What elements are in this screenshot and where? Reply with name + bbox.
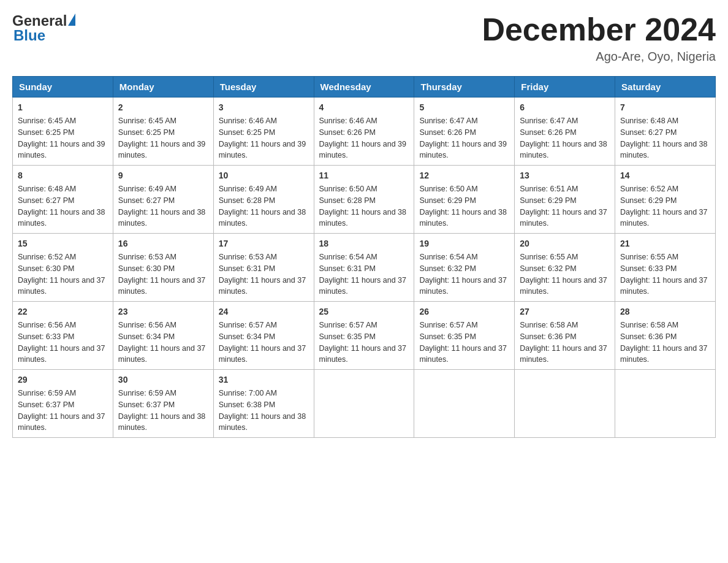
sunset-info: Sunset: 6:32 PM <box>520 264 576 273</box>
calendar-cell: 18Sunrise: 6:54 AMSunset: 6:31 PMDayligh… <box>314 234 414 302</box>
sunrise-info: Sunrise: 6:57 AM <box>219 321 277 329</box>
sunset-info: Sunset: 6:27 PM <box>18 196 74 205</box>
sunset-info: Sunset: 6:29 PM <box>620 196 677 205</box>
sunset-info: Sunset: 6:35 PM <box>419 332 476 341</box>
sunrise-info: Sunrise: 6:49 AM <box>219 185 277 193</box>
calendar-cell: 6Sunrise: 6:47 AMSunset: 6:26 PMDaylight… <box>515 98 615 166</box>
sunset-info: Sunset: 6:38 PM <box>219 400 275 409</box>
daylight-info: Daylight: 11 hours and 37 minutes. <box>219 344 306 364</box>
daylight-info: Daylight: 11 hours and 38 minutes. <box>520 140 607 160</box>
day-number: 25 <box>319 305 409 318</box>
sunrise-info: Sunrise: 6:59 AM <box>118 389 176 397</box>
daylight-info: Daylight: 11 hours and 37 minutes. <box>319 344 406 364</box>
day-number: 15 <box>18 237 108 250</box>
month-title: December 2024 <box>482 12 716 47</box>
sunset-info: Sunset: 6:36 PM <box>520 332 576 341</box>
sunset-info: Sunset: 6:35 PM <box>319 332 376 341</box>
calendar-cell <box>615 370 716 438</box>
sunset-info: Sunset: 6:26 PM <box>319 128 376 137</box>
sunrise-info: Sunrise: 7:00 AM <box>219 389 277 397</box>
day-number: 30 <box>118 373 208 386</box>
day-number: 20 <box>520 237 610 250</box>
location-subtitle: Ago-Are, Oyo, Nigeria <box>482 50 716 64</box>
sunrise-info: Sunrise: 6:50 AM <box>419 185 477 193</box>
calendar-cell: 4Sunrise: 6:46 AMSunset: 6:26 PMDaylight… <box>314 98 414 166</box>
sunset-info: Sunset: 6:25 PM <box>118 128 175 137</box>
calendar-cell: 21Sunrise: 6:55 AMSunset: 6:33 PMDayligh… <box>615 234 716 302</box>
calendar-cell: 23Sunrise: 6:56 AMSunset: 6:34 PMDayligh… <box>113 302 213 370</box>
day-of-week-header: Monday <box>113 77 213 98</box>
calendar-cell: 25Sunrise: 6:57 AMSunset: 6:35 PMDayligh… <box>314 302 414 370</box>
day-number: 21 <box>620 237 710 250</box>
day-of-week-header: Tuesday <box>213 77 314 98</box>
sunrise-info: Sunrise: 6:56 AM <box>118 321 176 329</box>
day-number: 9 <box>118 169 208 182</box>
daylight-info: Daylight: 11 hours and 37 minutes. <box>18 276 105 296</box>
sunrise-info: Sunrise: 6:47 AM <box>419 117 477 125</box>
page-header: General Blue December 2024 Ago-Are, Oyo,… <box>12 12 716 64</box>
calendar-cell: 19Sunrise: 6:54 AMSunset: 6:32 PMDayligh… <box>414 234 515 302</box>
sunrise-info: Sunrise: 6:46 AM <box>219 117 277 125</box>
daylight-info: Daylight: 11 hours and 37 minutes. <box>219 276 306 296</box>
day-number: 18 <box>319 237 409 250</box>
calendar-cell: 8Sunrise: 6:48 AMSunset: 6:27 PMDaylight… <box>13 166 113 234</box>
calendar-week-row: 1Sunrise: 6:45 AMSunset: 6:25 PMDaylight… <box>13 98 716 166</box>
daylight-info: Daylight: 11 hours and 38 minutes. <box>18 208 105 228</box>
calendar-cell: 3Sunrise: 6:46 AMSunset: 6:25 PMDaylight… <box>213 98 314 166</box>
calendar-week-row: 8Sunrise: 6:48 AMSunset: 6:27 PMDaylight… <box>13 166 716 234</box>
calendar-cell: 9Sunrise: 6:49 AMSunset: 6:27 PMDaylight… <box>113 166 213 234</box>
calendar-cell <box>314 370 414 438</box>
sunset-info: Sunset: 6:31 PM <box>319 264 376 273</box>
daylight-info: Daylight: 11 hours and 37 minutes. <box>118 276 205 296</box>
calendar-cell <box>515 370 615 438</box>
day-number: 22 <box>18 305 108 318</box>
daylight-info: Daylight: 11 hours and 38 minutes. <box>319 208 406 228</box>
sunset-info: Sunset: 6:34 PM <box>118 332 175 341</box>
calendar-cell: 11Sunrise: 6:50 AMSunset: 6:28 PMDayligh… <box>314 166 414 234</box>
calendar-cell: 31Sunrise: 7:00 AMSunset: 6:38 PMDayligh… <box>213 370 314 438</box>
day-number: 24 <box>219 305 309 318</box>
day-number: 26 <box>419 305 509 318</box>
day-number: 11 <box>319 169 409 182</box>
sunrise-info: Sunrise: 6:52 AM <box>18 253 76 261</box>
sunrise-info: Sunrise: 6:53 AM <box>219 253 277 261</box>
calendar-cell: 12Sunrise: 6:50 AMSunset: 6:29 PMDayligh… <box>414 166 515 234</box>
daylight-info: Daylight: 11 hours and 37 minutes. <box>520 208 607 228</box>
sunset-info: Sunset: 6:30 PM <box>118 264 175 273</box>
calendar-cell: 22Sunrise: 6:56 AMSunset: 6:33 PMDayligh… <box>13 302 113 370</box>
sunrise-info: Sunrise: 6:47 AM <box>520 117 578 125</box>
calendar-cell <box>414 370 515 438</box>
sunrise-info: Sunrise: 6:46 AM <box>319 117 377 125</box>
calendar-cell: 24Sunrise: 6:57 AMSunset: 6:34 PMDayligh… <box>213 302 314 370</box>
sunset-info: Sunset: 6:31 PM <box>219 264 275 273</box>
logo: General Blue <box>12 12 75 44</box>
calendar-cell: 27Sunrise: 6:58 AMSunset: 6:36 PMDayligh… <box>515 302 615 370</box>
daylight-info: Daylight: 11 hours and 37 minutes. <box>520 344 607 364</box>
calendar-cell: 29Sunrise: 6:59 AMSunset: 6:37 PMDayligh… <box>13 370 113 438</box>
daylight-info: Daylight: 11 hours and 39 minutes. <box>319 140 406 160</box>
daylight-info: Daylight: 11 hours and 37 minutes. <box>118 344 205 364</box>
daylight-info: Daylight: 11 hours and 38 minutes. <box>219 208 306 228</box>
sunset-info: Sunset: 6:37 PM <box>18 400 74 409</box>
day-number: 6 <box>520 101 610 114</box>
sunset-info: Sunset: 6:34 PM <box>219 332 275 341</box>
daylight-info: Daylight: 11 hours and 37 minutes. <box>620 276 707 296</box>
day-number: 28 <box>620 305 710 318</box>
calendar-week-row: 22Sunrise: 6:56 AMSunset: 6:33 PMDayligh… <box>13 302 716 370</box>
sunrise-info: Sunrise: 6:45 AM <box>118 117 176 125</box>
daylight-info: Daylight: 11 hours and 38 minutes. <box>118 208 205 228</box>
daylight-info: Daylight: 11 hours and 37 minutes. <box>419 344 506 364</box>
day-number: 27 <box>520 305 610 318</box>
sunset-info: Sunset: 6:33 PM <box>18 332 74 341</box>
daylight-info: Daylight: 11 hours and 37 minutes. <box>319 276 406 296</box>
day-number: 1 <box>18 101 108 114</box>
calendar-cell: 13Sunrise: 6:51 AMSunset: 6:29 PMDayligh… <box>515 166 615 234</box>
sunset-info: Sunset: 6:30 PM <box>18 264 74 273</box>
sunset-info: Sunset: 6:28 PM <box>219 196 275 205</box>
sunrise-info: Sunrise: 6:48 AM <box>18 185 76 193</box>
sunset-info: Sunset: 6:28 PM <box>319 196 376 205</box>
day-number: 12 <box>419 169 509 182</box>
sunset-info: Sunset: 6:29 PM <box>419 196 476 205</box>
daylight-info: Daylight: 11 hours and 37 minutes. <box>18 412 105 432</box>
sunrise-info: Sunrise: 6:57 AM <box>319 321 377 329</box>
